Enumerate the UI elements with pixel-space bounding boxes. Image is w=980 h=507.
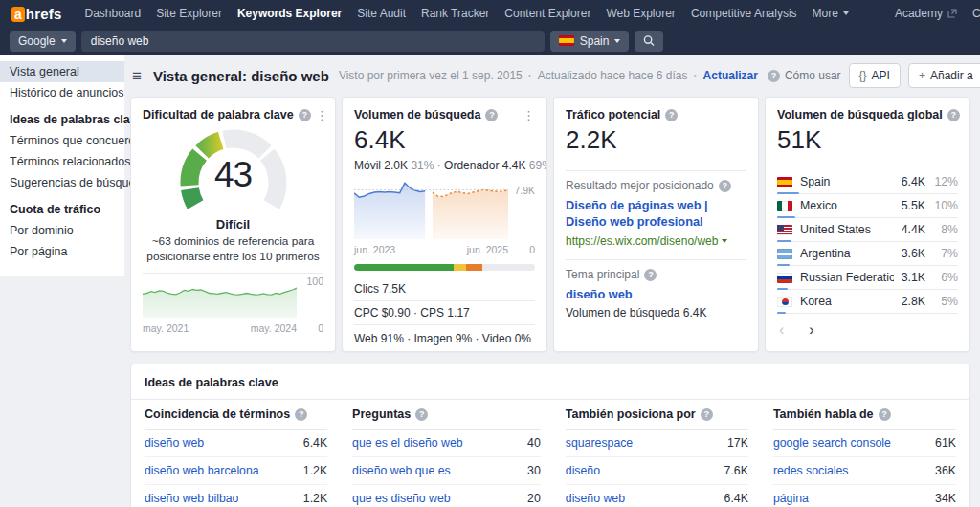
keyword-row: diseño web barcelona 1.2K xyxy=(145,457,327,485)
logo-text: hrefs xyxy=(26,6,62,22)
parent-topic-label: Tema principal xyxy=(566,268,746,281)
nav-item[interactable]: Competitive Analysis xyxy=(691,7,797,20)
volume-line-chart xyxy=(354,180,508,239)
sidebar-item[interactable]: Por dominio xyxy=(0,220,124,241)
chevron-down-icon xyxy=(843,11,849,15)
api-button[interactable]: {} API xyxy=(849,63,901,88)
add-to-button[interactable]: + Añadir a xyxy=(908,63,980,88)
nav-item-label: Dashboard xyxy=(84,7,141,20)
keyword-column: Preguntas que es el diseño web 40 diseño… xyxy=(352,400,541,507)
kd-sparkline xyxy=(143,276,297,318)
y-axis-min: 0 xyxy=(529,244,535,255)
sidebar-item[interactable]: Histórico de anuncios xyxy=(0,82,124,103)
update-link[interactable]: Actualizar xyxy=(703,69,758,82)
keyword-volume: 34K xyxy=(935,492,956,505)
card-global-volume: Volumen de búsqueda global 51K Spain 6.4… xyxy=(765,97,970,352)
country-percent: 12% xyxy=(933,175,958,188)
keyword-link[interactable]: diseño xyxy=(566,464,600,477)
nav-item-external[interactable]: Academy xyxy=(895,7,957,20)
nav-item-label: Competitive Analysis xyxy=(691,7,797,20)
keyword-link[interactable]: squarespace xyxy=(566,436,633,450)
nav-menu: Dashboard Site Explorer Keywords Explore… xyxy=(84,7,848,20)
country-volume: 3.1K xyxy=(902,271,925,284)
nav-item[interactable]: Dashboard xyxy=(84,7,141,20)
keyword-volume: 6.4K xyxy=(724,492,748,505)
nav-item-label: Keywords Explorer xyxy=(237,7,342,20)
country-volume: 3.6K xyxy=(902,247,925,260)
clicks-bar-segment xyxy=(466,264,482,271)
info-icon[interactable] xyxy=(485,109,498,121)
keyword-column-header: Preguntas xyxy=(352,400,541,430)
keyword-link[interactable]: que es diseño web xyxy=(352,492,451,505)
prev-page-button[interactable] xyxy=(779,322,784,338)
clicks-bar-segment xyxy=(454,264,466,271)
kd-gauge: 43 xyxy=(162,129,305,228)
keyword-volume: 20 xyxy=(527,492,541,505)
search-engine-select[interactable]: Google xyxy=(10,31,76,52)
traffic-value: 2.2K xyxy=(566,125,746,155)
keyword-row: página 34K xyxy=(773,485,956,507)
y-axis-min: 0 xyxy=(318,322,323,334)
ahrefs-logo[interactable]: a hrefs xyxy=(11,6,61,22)
sidebar-item[interactable]: Sugerencias de búsqueda xyxy=(0,172,124,193)
clicks-value: Clics 7.5K xyxy=(354,277,535,300)
nav-item[interactable]: Content Explorer xyxy=(504,7,590,20)
keyword-link[interactable]: diseño web que es xyxy=(352,464,451,477)
country-flag-icon xyxy=(777,225,792,235)
top-result-link[interactable]: Diseño de páginas web | Diseño web profe… xyxy=(566,198,746,230)
info-icon[interactable] xyxy=(719,180,731,192)
sidebar-item[interactable]: Términos que concuerdan xyxy=(0,130,124,151)
info-icon[interactable] xyxy=(299,109,311,121)
kebab-menu-icon[interactable] xyxy=(523,109,535,121)
sidebar-item[interactable]: Vista general xyxy=(0,61,124,82)
keyword-link[interactable]: redes sociales xyxy=(773,464,849,477)
card-traffic-potential: Tráfico potencial 2.2K Resultado mejor p… xyxy=(553,97,759,352)
keyword-column-header: También posiciona por xyxy=(566,400,748,430)
nav-item-external[interactable]: Community xyxy=(972,7,980,20)
info-icon[interactable] xyxy=(947,109,960,121)
next-page-button[interactable] xyxy=(809,322,813,338)
keyword-link[interactable]: google search console xyxy=(773,436,891,450)
kd-history-chart: may. 2021 may. 2024 100 0 xyxy=(143,276,323,334)
kebab-menu-icon[interactable] xyxy=(316,109,328,121)
keyword-row: que es diseño web 20 xyxy=(352,485,541,507)
card-keyword-difficulty: Dificultad de palabra clave 43 Difícil ~… xyxy=(130,97,336,352)
country-flag-icon xyxy=(777,297,792,307)
keyword-link[interactable]: diseño web bilbao xyxy=(145,492,238,505)
page-body: Vista generalHistórico de anunciosIdeas … xyxy=(0,55,980,507)
how-to-use-link[interactable]: Cómo usar xyxy=(768,69,841,82)
nav-item[interactable]: Keywords Explorer xyxy=(237,7,342,20)
country-name: Mexico xyxy=(800,199,894,212)
keyword-row: diseño web que es 30 xyxy=(352,457,541,485)
search-button[interactable] xyxy=(635,31,663,52)
sidebar-item[interactable]: Por página xyxy=(0,241,124,262)
metric-cards: Dificultad de palabra clave 43 Difícil ~… xyxy=(130,97,970,352)
country-row: Russian Federation 3.1K 6% xyxy=(777,266,958,290)
cpc-cps-row: CPC $0.90 · CPS 1.17 xyxy=(354,300,535,324)
nav-item[interactable]: Site Audit xyxy=(357,7,406,20)
keyword-link[interactable]: diseño web xyxy=(145,436,204,450)
parent-topic-link[interactable]: diseño web xyxy=(566,287,746,301)
page-meta: Visto por primera vez el 1 sep. 2015 Act… xyxy=(339,69,758,82)
keyword-link[interactable]: página xyxy=(773,492,809,505)
nav-item[interactable]: Site Explorer xyxy=(156,7,222,20)
sidebar-item[interactable]: Términos relacionados xyxy=(0,151,124,172)
search-country-select[interactable]: Spain xyxy=(550,31,630,52)
search-input[interactable] xyxy=(81,31,545,52)
keyword-link[interactable]: diseño web xyxy=(566,492,625,505)
nav-item[interactable]: More xyxy=(813,7,849,20)
keyword-link[interactable]: que es el diseño web xyxy=(352,436,463,450)
country-volume: 6.4K xyxy=(902,175,925,188)
info-icon[interactable] xyxy=(879,408,891,421)
info-icon[interactable] xyxy=(415,408,428,421)
info-icon[interactable] xyxy=(644,269,657,281)
info-icon[interactable] xyxy=(701,408,713,421)
nav-item[interactable]: Rank Tracker xyxy=(421,7,489,20)
nav-item[interactable]: Web Explorer xyxy=(606,7,675,20)
keyword-row: google search console 61K xyxy=(773,430,956,457)
info-icon[interactable] xyxy=(665,109,678,121)
info-icon[interactable] xyxy=(295,408,307,421)
top-result-url[interactable]: https://es.wix.com/diseno/web xyxy=(566,234,746,248)
hamburger-icon[interactable]: ≡ xyxy=(130,68,144,84)
keyword-link[interactable]: diseño web barcelona xyxy=(145,464,259,477)
